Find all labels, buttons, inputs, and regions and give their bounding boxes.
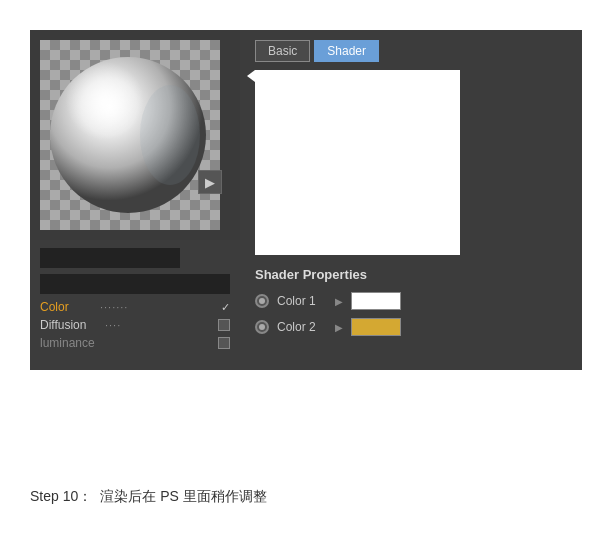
luminance-label: luminance — [40, 336, 105, 350]
color1-row: Color 1 ▶ — [255, 292, 567, 310]
color1-label: Color 1 — [277, 294, 327, 308]
color-checkmark: ✓ — [221, 301, 230, 314]
preview-indicator — [247, 70, 255, 82]
name-input[interactable] — [40, 248, 180, 268]
arrow-cursor-button[interactable]: ▶ — [198, 170, 222, 194]
diffusion-checkbox[interactable] — [218, 319, 230, 331]
tab-shader[interactable]: Shader — [314, 40, 379, 62]
svg-point-3 — [140, 85, 200, 185]
diffusion-label: Diffusion — [40, 318, 105, 332]
shader-preview-area — [255, 70, 460, 255]
sphere-svg — [40, 40, 220, 230]
diffusion-dots: ···· — [105, 319, 218, 331]
luminance-checkbox[interactable] — [218, 337, 230, 349]
tab-basic[interactable]: Basic — [255, 40, 310, 62]
left-panel: ▶ Color ······· ✓ Diffusion ···· l — [30, 30, 240, 370]
color1-radio-inner — [259, 298, 265, 304]
main-container: ▶ Color ······· ✓ Diffusion ···· l — [0, 0, 612, 546]
diffusion-control-row: Diffusion ···· — [40, 318, 230, 332]
sphere-preview — [40, 40, 220, 230]
color2-label: Color 2 — [277, 320, 327, 334]
color2-radio[interactable] — [255, 320, 269, 334]
step-label: Step 10： — [30, 488, 92, 506]
right-panel: Basic Shader Shader Properties Color 1 ▶ — [240, 30, 582, 370]
color-dots: ······· — [100, 301, 221, 313]
color2-swatch[interactable] — [351, 318, 401, 336]
shader-properties-heading: Shader Properties — [255, 267, 567, 282]
color-label: Color — [40, 300, 100, 314]
caption-area: Step 10： 渲染后在 PS 里面稍作调整 — [30, 488, 582, 506]
color1-swatch[interactable] — [351, 292, 401, 310]
left-controls-area: ▶ Color ······· ✓ Diffusion ···· l — [30, 240, 240, 370]
cursor-icon: ▶ — [205, 175, 215, 190]
color2-arrow: ▶ — [335, 322, 343, 333]
luminance-control-row: luminance — [40, 336, 230, 350]
ui-panel: ▶ Color ······· ✓ Diffusion ···· l — [30, 30, 582, 370]
step-description: 渲染后在 PS 里面稍作调整 — [100, 488, 266, 506]
color1-arrow: ▶ — [335, 296, 343, 307]
color2-row: Color 2 ▶ — [255, 318, 567, 336]
color2-radio-inner — [259, 324, 265, 330]
color-control-row: Color ······· ✓ — [40, 300, 230, 314]
color1-radio[interactable] — [255, 294, 269, 308]
tab-bar: Basic Shader — [255, 40, 567, 62]
